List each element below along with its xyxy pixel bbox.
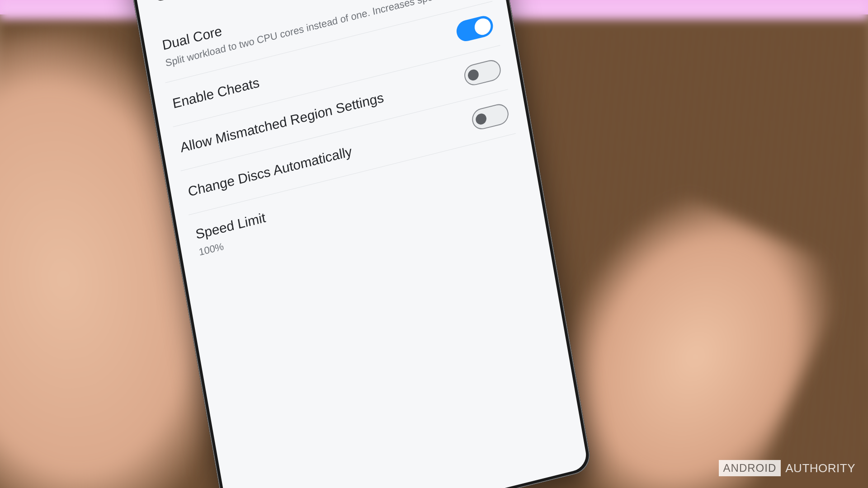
toggle-enable-cheats[interactable] [455,14,495,43]
toggle-mismatched-region[interactable] [462,58,502,87]
toggle-knob [473,17,492,37]
toggle-change-discs[interactable] [471,102,510,131]
toggle-knob [475,112,487,125]
watermark-boxed: ANDROID [719,460,781,476]
watermark-text: AUTHORITY [785,461,855,475]
watermark: ANDROID AUTHORITY [719,460,855,476]
toggle-knob [467,68,480,81]
